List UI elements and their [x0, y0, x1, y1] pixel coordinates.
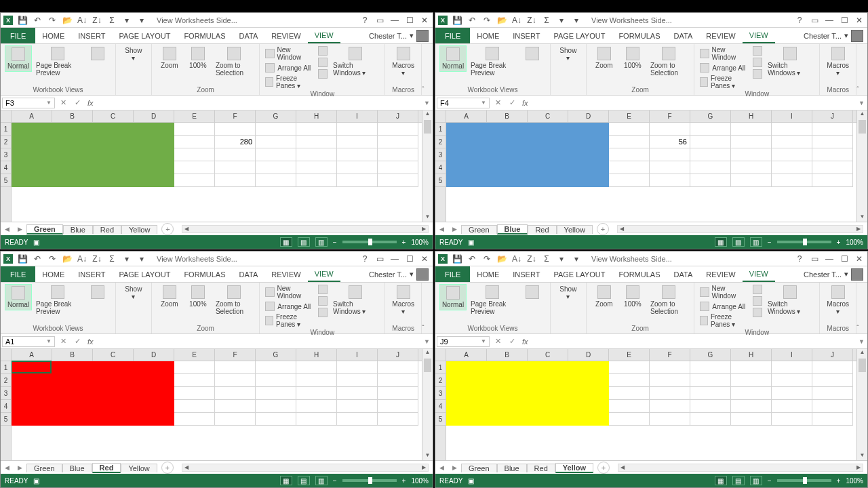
cell-G1[interactable] [256, 361, 296, 374]
cell-E3[interactable] [609, 387, 650, 400]
cell-I3[interactable] [772, 148, 812, 161]
expand-formula-bar-icon[interactable]: ▼ [421, 338, 433, 345]
cell-H4[interactable] [731, 161, 772, 174]
cell-J3[interactable] [378, 148, 418, 161]
ribbon-tab-data[interactable]: DATA [667, 28, 700, 43]
sheet-tab-green[interactable]: Green [461, 225, 497, 234]
hscroll-left-icon[interactable]: ◀ [618, 226, 626, 232]
split-button[interactable] [751, 45, 764, 56]
formula-input[interactable] [531, 338, 856, 346]
zoom-in-icon[interactable]: + [402, 477, 406, 485]
ribbon-options-icon[interactable]: ▭ [809, 15, 820, 26]
cell-I4[interactable] [772, 400, 812, 413]
new-sheet-button[interactable]: + [161, 462, 174, 474]
cell-E4[interactable] [174, 161, 215, 174]
cell-F5[interactable] [650, 413, 690, 426]
sheet-tab-yellow[interactable]: Yellow [121, 225, 157, 234]
cancel-icon[interactable] [56, 98, 71, 107]
sheet-nav-prev-icon[interactable]: ◀ [1, 464, 14, 471]
sheet-tab-red[interactable]: Red [93, 225, 121, 234]
qat-customize-icon[interactable]: ▾ [136, 253, 147, 264]
new-sheet-button[interactable]: + [161, 223, 174, 235]
enter-icon[interactable] [505, 98, 519, 107]
normal-view-icon[interactable]: ▦ [280, 476, 292, 485]
row-header-1[interactable]: 1 [435, 361, 446, 374]
cell-F5[interactable] [215, 174, 256, 187]
ribbon-tab-data[interactable]: DATA [233, 266, 265, 282]
cell-F3[interactable] [215, 148, 256, 161]
cell-G5[interactable] [690, 413, 731, 426]
cell-H5[interactable] [296, 174, 337, 187]
macros-button[interactable]: Macros▾ [824, 45, 852, 78]
cell-J5[interactable] [378, 174, 418, 187]
open-icon[interactable]: 📂 [62, 15, 73, 26]
cell-F2[interactable]: 56 [650, 136, 690, 148]
undo-icon[interactable]: ↶ [467, 15, 477, 26]
col-header-G[interactable]: G [256, 349, 296, 361]
hide-button[interactable] [317, 57, 329, 68]
formula-input[interactable] [531, 99, 856, 107]
cell-J5[interactable] [812, 413, 853, 426]
arrange-all-button[interactable]: Arrange All [264, 301, 315, 312]
zoom-button[interactable]: Zoom [591, 45, 618, 70]
col-header-J[interactable]: J [812, 110, 853, 122]
undo-icon[interactable]: ↶ [32, 15, 43, 26]
enter-icon[interactable] [71, 337, 85, 346]
col-header-J[interactable]: J [378, 110, 418, 122]
col-header-A[interactable]: A [12, 349, 52, 361]
col-header-E[interactable]: E [609, 349, 650, 361]
redo-icon[interactable]: ↷ [47, 15, 58, 26]
ribbon-tab-insert[interactable]: INSERT [71, 28, 112, 43]
fx-icon[interactable]: fx [85, 338, 96, 346]
row-header-3[interactable]: 3 [435, 387, 446, 400]
cell-H3[interactable] [296, 387, 337, 400]
cell-G5[interactable] [256, 413, 296, 426]
cell-I3[interactable] [337, 387, 378, 400]
scroll-up-icon[interactable]: ▲ [422, 110, 433, 119]
ribbon-tab-formulas[interactable]: FORMULAS [177, 266, 232, 282]
maximize-icon[interactable]: ☐ [404, 253, 415, 264]
cell-H4[interactable] [296, 161, 337, 174]
col-header-E[interactable]: E [174, 349, 215, 361]
show-button[interactable]: Show▾ [555, 284, 582, 302]
cell-H5[interactable] [296, 413, 337, 426]
page-break-preview-button[interactable]: Page Break Preview [33, 284, 83, 317]
col-header-E[interactable]: E [174, 110, 215, 122]
zoom-to-selection-button[interactable]: Zoom to Selection [213, 284, 255, 317]
collapse-ribbon-icon[interactable]: ˆ [856, 325, 865, 332]
cell-F4[interactable] [650, 161, 690, 174]
zoom-level[interactable]: 100% [846, 239, 863, 246]
maximize-icon[interactable]: ☐ [839, 15, 850, 26]
cell-I3[interactable] [772, 387, 812, 400]
sheet-nav-prev-icon[interactable]: ◀ [435, 464, 448, 471]
maximize-icon[interactable]: ☐ [839, 253, 850, 264]
page-break-view-icon[interactable]: ▥ [315, 237, 328, 247]
cell-E1[interactable] [609, 361, 650, 374]
new-window-button[interactable]: New Window [264, 45, 315, 62]
ribbon-tab-insert[interactable]: INSERT [71, 266, 112, 282]
unhide-button[interactable] [751, 68, 764, 79]
cell-E1[interactable] [609, 123, 650, 136]
cell-G3[interactable] [690, 387, 731, 400]
cell-E2[interactable] [174, 136, 215, 148]
collapse-ribbon-icon[interactable]: ˆ [422, 325, 430, 332]
cell-J2[interactable] [812, 136, 853, 148]
normal-view-button[interactable]: Normal [439, 45, 467, 72]
expand-formula-bar-icon[interactable]: ▼ [856, 338, 867, 345]
ribbon-tab-formulas[interactable]: FORMULAS [612, 28, 667, 43]
expand-formula-bar-icon[interactable]: ▼ [421, 100, 433, 106]
page-break-preview-button[interactable]: Page Break Preview [33, 45, 83, 78]
col-header-J[interactable]: J [812, 349, 853, 361]
cell-J4[interactable] [378, 161, 418, 174]
cell-G4[interactable] [690, 400, 731, 413]
vertical-scrollbar[interactable]: ▲ ▼ [422, 349, 433, 460]
help-icon[interactable]: ? [794, 253, 805, 264]
cell-I4[interactable] [772, 161, 812, 174]
cell-F1[interactable] [650, 123, 690, 136]
sort-asc-icon[interactable]: A↓ [77, 15, 87, 26]
normal-view-icon[interactable]: ▦ [280, 237, 292, 247]
save-icon[interactable]: 💾 [452, 15, 462, 26]
cell-F3[interactable] [650, 387, 690, 400]
macro-record-icon[interactable]: ▣ [468, 239, 474, 246]
file-tab[interactable]: FILE [435, 266, 470, 282]
